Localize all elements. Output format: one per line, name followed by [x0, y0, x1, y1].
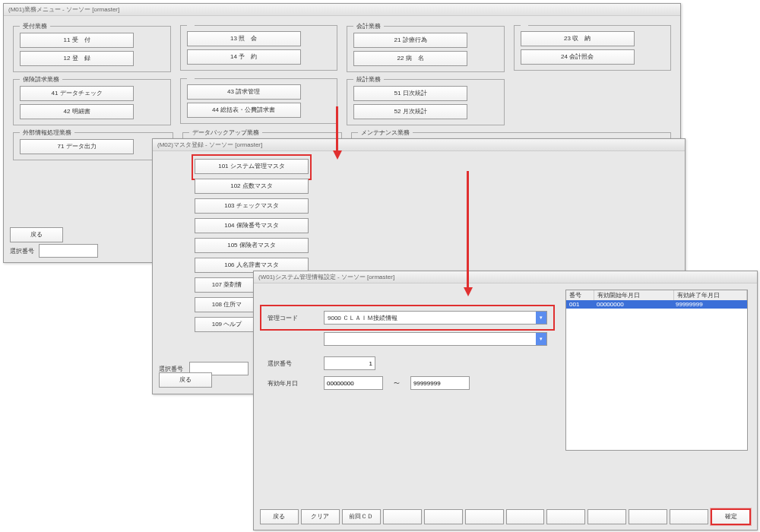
btn-44[interactable]: 44 総括表・公費請求書 [187, 103, 301, 118]
btn-21[interactable]: 21 診療行為 [353, 33, 467, 48]
foot-clear[interactable]: クリア [301, 509, 340, 524]
btn-102[interactable]: 102 点数マスタ [195, 179, 309, 194]
btn-43[interactable]: 43 請求管理 [187, 84, 301, 100]
btn-51[interactable]: 51 日次統計 [353, 86, 467, 101]
btn-105[interactable]: 105 保険者マスタ [195, 238, 309, 253]
group-legend: 受付業務 [20, 22, 50, 30]
btn-107[interactable]: 107 薬剤情 [195, 277, 259, 293]
back-button[interactable]: 戻る [10, 227, 63, 242]
chevron-down-icon[interactable]: ▾ [536, 333, 546, 345]
group-reception: 受付業務 11 受 付 12 登 録 [13, 22, 171, 72]
btn-12[interactable]: 12 登 録 [20, 51, 134, 66]
combo-value: 9000 ＣＬＡＩＭ接続情報 [325, 314, 536, 322]
window-title: (M01)業務メニュー - ソーソー [ormaster] [8, 6, 119, 13]
select-label: 選択番号 [10, 247, 34, 255]
date-to-input[interactable] [410, 376, 470, 390]
btn-109[interactable]: 109 ヘルプ [195, 317, 259, 332]
col-start: 有効開始年月日 [594, 290, 674, 300]
chevron-down-icon[interactable]: ▾ [536, 312, 546, 324]
group-legend: メンテナンス業務 [358, 128, 413, 137]
group-insurance: 保険請求業務 41 データチェック 42 明細書 [13, 75, 171, 125]
foot-prevcd[interactable]: 前回ＣＤ [342, 509, 381, 524]
btn-11[interactable]: 11 受 付 [20, 33, 134, 48]
col-end: 有効終了年月日 [674, 290, 747, 300]
select-label: 選択番号 [268, 359, 313, 368]
sub-combo[interactable]: ▾ [324, 332, 547, 346]
titlebar: (M02)マスタ登録 - ソーソー [ormaster] [153, 139, 685, 151]
cell-start: 00000000 [594, 300, 673, 309]
select-label: 選択番号 [159, 365, 183, 373]
col-no: 番号 [566, 290, 594, 300]
btn-42[interactable]: 42 明細書 [20, 104, 134, 119]
group-legend: データバックアップ業務 [189, 128, 262, 137]
foot-confirm[interactable]: 確定 [711, 508, 751, 525]
titlebar: (M01)業務メニュー - ソーソー [ormaster] [4, 4, 680, 16]
group-g4: 23 収 納 24 会計照会 [514, 22, 672, 71]
btn-71[interactable]: 71 データ出力 [20, 139, 134, 154]
foot-btn[interactable] [383, 509, 422, 524]
btn-14[interactable]: 14 予 約 [187, 49, 301, 65]
foot-btn[interactable] [546, 509, 585, 524]
select-input[interactable] [324, 356, 375, 370]
btn-103[interactable]: 103 チェックマスタ [195, 198, 309, 214]
group-accounting: 会計業務 21 診療行為 22 病 名 [347, 22, 505, 72]
group-g2: 13 照 会 14 予 約 [180, 22, 338, 71]
foot-btn[interactable] [506, 509, 545, 524]
btn-52[interactable]: 52 月次統計 [353, 104, 467, 119]
group-g6: 43 請求管理 44 総括表・公費請求書 [180, 75, 338, 124]
window-system-settings: (W01)システム管理情報設定 - ソーソー [ormaster] 管理コード … [253, 271, 758, 530]
btn-22[interactable]: 22 病 名 [353, 51, 467, 66]
table-row[interactable]: 001 00000000 99999999 [566, 300, 747, 309]
window-title: (W01)システム管理情報設定 - ソーソー [ormaster] [258, 274, 394, 280]
foot-btn[interactable] [587, 509, 626, 524]
validity-table: 番号 有効開始年月日 有効終了年月日 001 00000000 99999999 [565, 290, 748, 451]
group-legend: 保険請求業務 [20, 75, 62, 84]
management-code-label: 管理コード [268, 314, 313, 322]
cell-end: 99999999 [673, 300, 747, 309]
foot-btn[interactable] [629, 509, 667, 524]
group-legend: 統計業務 [353, 75, 384, 84]
group-legend: 会計業務 [353, 22, 384, 30]
titlebar: (W01)システム管理情報設定 - ソーソー [ormaster] [254, 271, 757, 283]
back-button[interactable]: 戻る [159, 372, 212, 388]
management-code-combo[interactable]: 9000 ＣＬＡＩＭ接続情報 ▾ [324, 311, 547, 325]
btn-104[interactable]: 104 保険番号マスタ [195, 218, 309, 233]
date-separator: 〜 [394, 379, 400, 388]
foot-btn[interactable] [670, 509, 708, 524]
group-statistics: 統計業務 51 日次統計 52 月次統計 [347, 75, 505, 125]
btn-101-system-master[interactable]: 101 システム管理マスタ [195, 159, 309, 174]
foot-btn[interactable] [465, 509, 504, 524]
btn-41[interactable]: 41 データチェック [20, 86, 134, 101]
foot-back[interactable]: 戻る [260, 509, 299, 524]
window-title: (M02)マスタ登録 - ソーソー [ormaster] [157, 141, 262, 148]
footer-toolbar: 戻る クリア 前回ＣＤ 確定 [260, 508, 751, 525]
valid-date-label: 有効年月日 [268, 379, 313, 388]
btn-23[interactable]: 23 収 納 [521, 31, 635, 46]
btn-24[interactable]: 24 会計照会 [521, 49, 635, 65]
date-from-input[interactable] [324, 376, 383, 390]
select-input[interactable] [39, 244, 98, 258]
btn-13[interactable]: 13 照 会 [187, 31, 301, 46]
btn-108[interactable]: 108 住所マ [195, 297, 259, 312]
cell-no: 001 [566, 300, 594, 309]
group-external: 外部情報処理業務 71 データ出力 [13, 128, 173, 160]
foot-btn[interactable] [424, 509, 463, 524]
group-legend: 外部情報処理業務 [20, 128, 74, 137]
